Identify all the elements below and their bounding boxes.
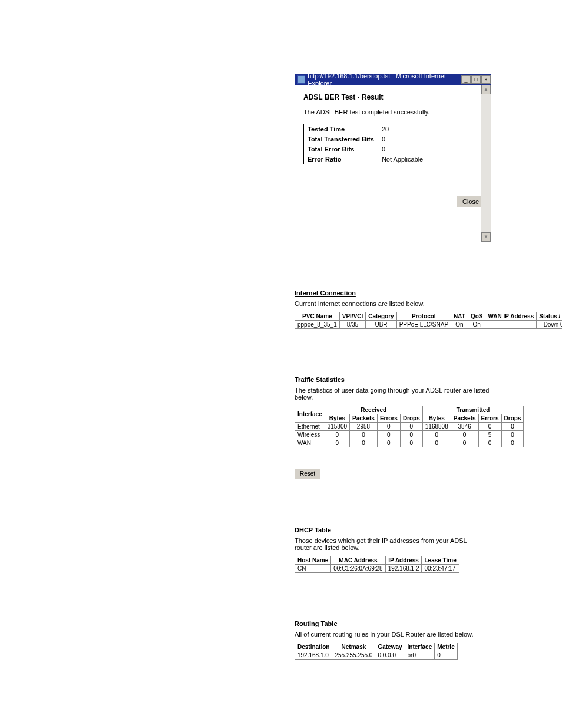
iface-cell: WAN: [295, 439, 325, 447]
routing-table: Destination Netmask Gateway Interface Me…: [295, 643, 458, 660]
scroll-up-button[interactable]: ▲: [481, 85, 491, 94]
header-row: Bytes Packets Errors Drops Bytes Packets…: [295, 414, 524, 423]
cell: 0: [501, 423, 524, 431]
col-header: Destination: [295, 643, 332, 651]
col-header: Errors: [377, 414, 400, 423]
cell: 0: [451, 439, 478, 447]
col-header: PVC Name: [295, 312, 340, 321]
cell: br0: [405, 651, 435, 660]
cell: UBR: [366, 321, 396, 329]
cell: On: [468, 321, 485, 329]
table-row: Error RatioNot Applicable: [304, 154, 427, 164]
cell: 0: [422, 431, 451, 439]
section-desc: Those devices which get their IP address…: [295, 537, 483, 551]
routing-section: Routing Table All of current routing rul…: [295, 620, 491, 660]
section-title: Routing Table: [295, 620, 491, 627]
table-row: Ethernet 315800 2958 0 0 1168808 3846 0 …: [295, 423, 524, 431]
cell: 8/35: [339, 321, 366, 329]
table-row: pppoe_8_35_1 8/35 UBR PPPoE LLC/SNAP On …: [295, 321, 563, 329]
cell: Down 00:00:00:00: [537, 321, 562, 329]
reset-button[interactable]: Reset: [295, 469, 320, 479]
col-header: MAC Address: [331, 556, 385, 565]
iface-cell: Wireless: [295, 431, 325, 439]
col-header: Bytes: [325, 414, 349, 423]
cell: 0: [325, 431, 349, 439]
result-message: The ADSL BER test completed successfully…: [303, 108, 482, 116]
cell: 3846: [451, 423, 478, 431]
cell: 0: [377, 423, 400, 431]
table-row: WAN 0 0 0 0 0 0 0 0: [295, 439, 524, 447]
ber-window: http://192.168.1.1/berstop.tst - Microso…: [295, 74, 491, 242]
cell: 00:C1:26:0A:69:28: [331, 565, 385, 573]
col-header: Category: [366, 312, 396, 321]
cell: 0.0.0.0: [375, 651, 405, 660]
cell: 2958: [350, 423, 378, 431]
iface-cell: Ethernet: [295, 423, 325, 431]
section-desc: All of current routing rules in your DSL…: [295, 631, 491, 638]
titlebar: http://192.168.1.1/berstop.tst - Microso…: [295, 74, 491, 85]
table-row: Wireless 0 0 0 0 0 0 5 0: [295, 431, 524, 439]
ber-value: Not Applicable: [378, 154, 427, 164]
cell: 0: [451, 431, 478, 439]
cell: 5: [478, 431, 501, 439]
ber-label: Tested Time: [304, 124, 378, 134]
col-header: Protocol: [396, 312, 451, 321]
col-header: Host Name: [295, 556, 331, 565]
cell: 0: [377, 431, 400, 439]
col-header: QoS: [468, 312, 485, 321]
cell: 192.168.1.2: [385, 565, 422, 573]
section-title: DHCP Table: [295, 526, 491, 533]
section-desc: Current Internet connections are listed …: [295, 300, 491, 307]
restore-button[interactable]: □: [471, 75, 481, 84]
cell: 192.168.1.0: [295, 651, 332, 660]
cell: 0: [435, 651, 457, 660]
ber-table: Tested Time20 Total Transferred Bits0 To…: [303, 124, 427, 164]
col-header: Interface: [405, 643, 435, 651]
cell: 0: [422, 439, 451, 447]
col-header: WAN IP Address: [485, 312, 537, 321]
table-row: CN 00:C1:26:0A:69:28 192.168.1.2 00:23:4…: [295, 565, 459, 573]
traffic-section: Traffic Statistics The statistics of use…: [295, 376, 491, 479]
cell: CN: [295, 565, 331, 573]
ber-label: Total Error Bits: [304, 144, 378, 154]
cell: 0: [478, 439, 501, 447]
scroll-down-button[interactable]: ▼: [481, 232, 491, 242]
cell: 00:23:47:17: [422, 565, 459, 573]
col-header: Drops: [501, 414, 524, 423]
close-window-button[interactable]: ×: [481, 75, 491, 84]
cell: 0: [501, 431, 524, 439]
table-row: Tested Time20: [304, 124, 427, 134]
dhcp-table: Host Name MAC Address IP Address Lease T…: [295, 556, 459, 573]
cell: 0: [400, 423, 422, 431]
col-header: Metric: [435, 643, 457, 651]
cell: 0: [350, 431, 378, 439]
table-row: 192.168.1.0 255.255.255.0 0.0.0.0 br0 0: [295, 651, 458, 660]
cell: 0: [377, 439, 400, 447]
col-header: Errors: [478, 414, 501, 423]
col-header: IP Address: [385, 556, 422, 565]
internet-section: Internet Connection Current Internet con…: [295, 289, 491, 329]
table-row: Total Transferred Bits0: [304, 134, 427, 144]
col-header: Bytes: [422, 414, 451, 423]
col-header: VPI/VCI: [339, 312, 366, 321]
close-button[interactable]: Close: [457, 196, 485, 207]
header-row: Destination Netmask Gateway Interface Me…: [295, 643, 458, 651]
cell: 0: [501, 439, 524, 447]
col-header: Gateway: [375, 643, 405, 651]
col-header: Drops: [400, 414, 422, 423]
cell: PPPoE LLC/SNAP: [396, 321, 451, 329]
col-header: Packets: [451, 414, 478, 423]
col-header: Status / Online Time: [537, 312, 562, 321]
dhcp-section: DHCP Table Those devices which get their…: [295, 526, 491, 573]
ber-label: Total Transferred Bits: [304, 134, 378, 144]
traffic-table: Interface Received Transmitted Bytes Pac…: [295, 406, 524, 447]
dialog-body: ADSL BER Test - Result The ADSL BER test…: [295, 85, 491, 242]
ber-value: 20: [378, 124, 427, 134]
vertical-scrollbar[interactable]: ▲ ▼: [481, 85, 491, 242]
page-heading: ADSL BER Test - Result: [303, 93, 482, 101]
internet-table: PVC Name VPI/VCI Category Protocol NAT Q…: [295, 312, 562, 329]
col-header: Packets: [350, 414, 378, 423]
cell: 0: [400, 431, 422, 439]
cell: 315800: [325, 423, 349, 431]
minimize-button[interactable]: _: [461, 75, 471, 84]
